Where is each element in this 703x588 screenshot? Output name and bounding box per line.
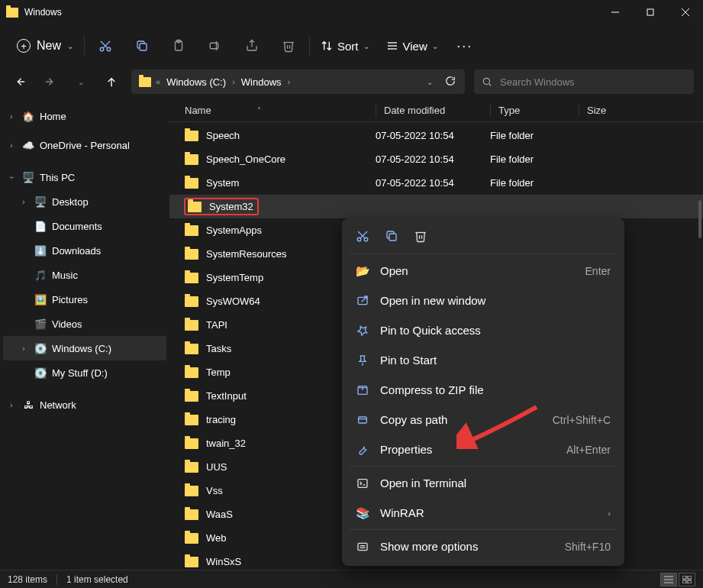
svg-rect-36: [358, 479, 367, 487]
col-size[interactable]: Size: [579, 104, 606, 118]
ctx-copy-path[interactable]: Copy as pathCtrl+Shift+C: [347, 405, 620, 435]
ctx-winrar[interactable]: 📚WinRAR›: [347, 498, 620, 528]
sidebar-item-onedrive[interactable]: ›☁️OneDrive - Personal: [0, 133, 169, 157]
file-type: File folder: [490, 153, 579, 165]
ctx-copy-button[interactable]: [383, 228, 400, 244]
new-window-icon: [356, 295, 369, 307]
svg-point-5: [107, 47, 111, 51]
new-label: New: [37, 39, 61, 53]
delete-button[interactable]: [271, 32, 306, 60]
svg-point-24: [357, 237, 361, 241]
view-button[interactable]: View ⌄: [379, 35, 446, 57]
sidebar-item-desktop[interactable]: ›🖥️Desktop: [0, 189, 169, 214]
ctx-delete-button[interactable]: [412, 228, 429, 244]
file-name: Web: [206, 532, 227, 544]
folder-icon: [185, 178, 198, 189]
sort-button[interactable]: Sort ⌄: [313, 35, 377, 57]
icons-view-button[interactable]: [679, 573, 695, 586]
ctx-show-more-options[interactable]: Show more optionsShift+F10: [347, 531, 620, 561]
minimize-button[interactable]: [598, 0, 633, 24]
recent-dropdown[interactable]: ⌄: [70, 78, 92, 86]
col-name[interactable]: Name: [185, 105, 211, 116]
svg-rect-44: [682, 576, 686, 579]
ctx-pin-quick-access[interactable]: Pin to Quick access: [347, 315, 620, 345]
details-view-button[interactable]: [660, 573, 677, 586]
folder-icon: [185, 273, 198, 283]
sidebar-item-network[interactable]: ›🖧Network: [0, 393, 169, 417]
up-button[interactable]: [101, 76, 122, 87]
sidebar-item-home[interactable]: ›🏠Home: [0, 104, 169, 128]
breadcrumb-seg-1[interactable]: Windows (C:): [163, 75, 229, 89]
file-name: Vss: [206, 485, 223, 496]
folder-icon: [188, 202, 202, 212]
svg-rect-46: [682, 580, 686, 583]
refresh-button[interactable]: [440, 76, 460, 89]
sidebar-item-pictures[interactable]: 🖼️Pictures: [0, 287, 169, 312]
svg-rect-38: [358, 543, 367, 550]
table-row[interactable]: System32: [169, 195, 703, 218]
new-button[interactable]: + New ⌄: [9, 34, 81, 57]
file-type: File folder: [490, 177, 579, 189]
scrollbar[interactable]: [698, 101, 701, 559]
sidebar-item-downloads[interactable]: ⬇️Downloads: [0, 238, 169, 263]
address-bar[interactable]: « Windows (C:) › Windows › ⌄: [131, 69, 465, 94]
col-type[interactable]: Type: [490, 104, 579, 118]
history-dropdown[interactable]: ⌄: [422, 78, 437, 86]
close-button[interactable]: [668, 0, 703, 24]
svg-point-22: [483, 78, 489, 84]
search-box[interactable]: [474, 69, 694, 94]
folder-icon: [185, 320, 198, 331]
svg-rect-45: [688, 576, 692, 579]
ctx-open[interactable]: 📂OpenEnter: [347, 256, 620, 286]
search-input[interactable]: [500, 76, 686, 88]
chevron-down-icon: ⌄: [432, 42, 438, 50]
folder-icon: [185, 154, 198, 165]
view-label: View: [403, 40, 427, 53]
forward-button[interactable]: [40, 76, 61, 87]
sidebar-item-thispc[interactable]: ›🖥️This PC: [0, 165, 169, 189]
ctx-open-new-window[interactable]: Open in new window: [347, 286, 620, 315]
ctx-open-terminal[interactable]: Open in Terminal: [347, 468, 620, 498]
file-name: Temp: [206, 367, 231, 378]
file-name: Tasks: [206, 343, 231, 354]
pin-icon: [356, 354, 369, 367]
paste-button[interactable]: [161, 32, 196, 60]
col-date[interactable]: Date modified: [376, 104, 490, 118]
sidebar-item-videos[interactable]: 🎬Videos: [0, 312, 169, 336]
more-button[interactable]: ···: [447, 32, 482, 60]
sidebar-item-music[interactable]: 🎵Music: [0, 263, 169, 287]
column-headers[interactable]: Name˄ Date modified Type Size: [169, 99, 703, 122]
sidebar-item-mystuff-d[interactable]: 💽My Stuff (D:): [0, 360, 169, 385]
sidebar-item-windows-c[interactable]: ›💽Windows (C:): [3, 336, 166, 360]
folder-icon: [6, 8, 18, 18]
ctx-pin-start[interactable]: Pin to Start: [347, 345, 620, 375]
file-date: 07-05-2022 10:54: [376, 153, 490, 165]
svg-rect-47: [688, 580, 692, 583]
ctx-cut-button[interactable]: [354, 228, 371, 244]
maximize-button[interactable]: [633, 0, 668, 24]
file-name: Speech: [206, 130, 240, 141]
file-name: TextInput: [206, 390, 247, 402]
table-row[interactable]: Speech07-05-2022 10:54File folder: [169, 124, 703, 147]
sidebar-item-documents[interactable]: 📄Documents: [0, 214, 169, 238]
rename-button[interactable]: [198, 32, 233, 60]
svg-rect-8: [140, 44, 147, 50]
ctx-compress-zip[interactable]: Compress to ZIP file: [347, 375, 620, 405]
file-name: SystemResources: [206, 248, 286, 260]
share-button[interactable]: [234, 32, 269, 60]
chevron-down-icon: ⌄: [67, 42, 73, 50]
file-name: WinSxS: [206, 556, 241, 567]
sort-label: Sort: [337, 40, 359, 53]
table-row[interactable]: Speech_OneCore07-05-2022 10:54File folde…: [169, 147, 703, 171]
breadcrumb-seg-2[interactable]: Windows: [238, 75, 285, 89]
folder-icon: [185, 296, 198, 307]
file-name: WaaS: [206, 509, 233, 520]
file-name: Speech_OneCore: [206, 153, 285, 165]
chevron-right-icon: ›: [232, 77, 235, 86]
folder-icon: [185, 131, 198, 141]
copy-button[interactable]: [124, 32, 160, 60]
back-button[interactable]: [9, 76, 31, 87]
cut-button[interactable]: [88, 32, 123, 60]
ctx-properties[interactable]: PropertiesAlt+Enter: [347, 435, 620, 464]
table-row[interactable]: System07-05-2022 10:54File folder: [169, 171, 703, 195]
